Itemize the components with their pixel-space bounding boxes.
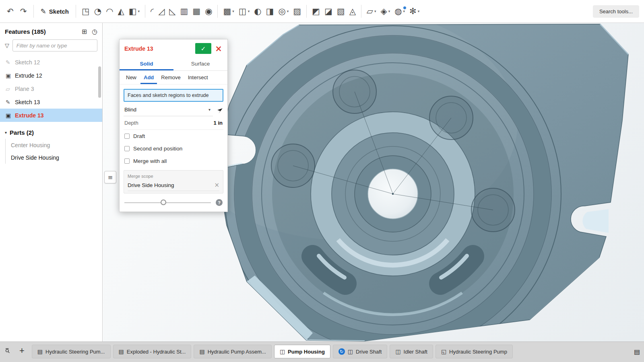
split-icon: ◨ [266,7,274,16]
caret-down-icon: ▾ [418,9,420,13]
feature-list-toggle-button[interactable]: ≡ [104,171,116,183]
offset-surface-button[interactable]: ▧ [335,6,347,17]
sweep-button[interactable]: ◠ [104,6,115,17]
feature-item[interactable]: ▱Plane 3 [0,82,102,95]
caret-down-icon: ▾ [248,9,250,13]
dialog-title: Extrude 13 [124,45,194,52]
caret-down-icon: ▾ [287,9,289,13]
faces-selection-field[interactable]: Faces and sketch regions to extrude [124,89,223,102]
loft-button[interactable]: ◭ [116,6,126,17]
feature-filter-input[interactable] [12,39,97,51]
add-tab-button[interactable]: + [14,345,29,356]
op-intersect[interactable]: Intersect [185,71,211,84]
depth-label: Depth [124,120,138,126]
boolean-button[interactable]: ◐ [252,6,263,17]
extrude-icon: ▣ [6,112,15,119]
checkbox-icon[interactable] [124,146,130,151]
parts-section-title: Parts (2) [10,129,34,136]
feature-item[interactable]: ▣Extrude 12 [0,69,102,82]
part-item[interactable]: Drive Side Housing [6,151,102,164]
document-tab[interactable]: ▤Hydraulic Steering Pum... [32,345,111,358]
revolve-button[interactable]: ◔ [92,6,103,17]
thicken-button[interactable]: ◧▾ [127,6,142,17]
move-face-icon: ◩ [312,7,320,16]
part-item-label: Center Housing [11,142,50,148]
tab-overflow-icon[interactable]: ▤ [633,345,641,356]
document-icon: ▤ [199,348,204,355]
document-tab[interactable]: ◱Hydraulic Steering Pump [436,345,513,358]
fillet-button[interactable]: ◜ [149,6,156,17]
merge-scope-value: Drive Side Housing [128,182,174,188]
op-add[interactable]: Add [140,71,157,84]
sketch-button[interactable]: ✎ Sketch [37,6,72,17]
sketch-button-label: Sketch [49,8,69,15]
undo-button[interactable]: ↶ [4,5,17,18]
mirror-button[interactable]: ◫▾ [237,6,252,17]
toolbar-divider [306,5,307,18]
tab-surface[interactable]: Surface [173,57,227,70]
shell-button[interactable]: ▦ [190,6,202,17]
scrollbar-thumb[interactable] [98,66,101,98]
tab-label: Drive Shaft [356,349,382,355]
depth-value-input[interactable]: 1 in [214,120,223,126]
document-tab[interactable]: ◫Pump Housing [274,345,330,358]
help-icon[interactable]: ? [216,199,223,206]
op-new[interactable]: New [123,71,140,84]
draft-button[interactable]: ◺ [167,6,178,17]
document-tab[interactable]: ↻◫Drive Shaft [333,345,388,358]
plane-button[interactable]: ▱▾ [365,6,378,17]
document-tab[interactable]: ◫Idler Shaft [390,345,433,358]
linear-pattern-button[interactable]: ▩▾ [221,6,236,17]
checkbox-icon[interactable] [124,158,130,164]
move-face-button[interactable]: ◩ [310,6,322,17]
delete-face-button[interactable]: ▨ [291,6,303,17]
extrude-button[interactable]: ◳ [80,6,92,17]
slider-knob[interactable] [161,200,166,205]
custom-feature-button[interactable]: ✻▾ [407,6,421,17]
split-button[interactable]: ◨ [264,6,276,17]
part-item[interactable]: Center Housing [6,139,102,151]
toolbar-divider [145,5,145,18]
replace-face-button[interactable]: ◪ [322,6,334,17]
draft-checkbox-row[interactable]: Draft [124,130,223,142]
rollback-history-icon[interactable]: ◷ [92,29,97,35]
filter-icon[interactable]: ▽ [5,42,9,49]
redo-button[interactable]: ↷ [17,5,30,18]
document-tab[interactable]: ▤Exploded - Hydraulic St... [113,345,192,358]
preview-slider[interactable] [124,202,211,203]
feature-item[interactable]: ▣Extrude 13 [0,109,102,122]
end-type-dropdown[interactable]: Blind ▾ [124,105,213,116]
rib-button[interactable]: ▥ [178,6,190,17]
second-end-checkbox-label: Second end position [133,146,182,152]
boundary-surface-button[interactable]: ◬ [347,6,358,17]
parts-section-header[interactable]: ▾ Parts (2) [0,122,102,139]
selection-arrow-icon[interactable] [217,107,223,114]
feature-item[interactable]: ✎Sketch 13 [0,95,102,109]
confirm-button[interactable]: ✓ [195,43,211,54]
document-tab-bar: + ▤Hydraulic Steering Pum...▤Exploded - … [0,341,644,362]
composite-part-button[interactable]: ◈▾ [378,6,392,17]
document-tab[interactable]: ▤Hydraulic Pump Assem... [194,345,271,358]
toolbar-divider [361,5,361,18]
extrude-dialog: Extrude 13 ✓ × Solid Surface New Add Rem… [119,39,228,212]
second-end-checkbox-row[interactable]: Second end position [124,142,223,155]
tab-solid[interactable]: Solid [120,57,173,70]
insert-feature-icon[interactable]: ⊞ [82,29,87,35]
rib-icon: ▥ [180,7,188,16]
checkbox-icon[interactable] [124,134,130,139]
tab-manager-icon[interactable] [3,345,12,354]
chamfer-button[interactable]: ◿ [156,6,167,17]
fillet-icon: ◜ [151,7,154,16]
search-tools-input[interactable]: Search tools... [593,5,639,18]
transform-button[interactable]: ◎▾ [276,6,291,17]
remove-selection-icon[interactable]: × [214,181,219,189]
notification-badge [403,6,407,10]
sweep-icon: ◠ [106,7,113,16]
feature-item[interactable]: ✎Sketch 12 [0,56,102,69]
part-studio-icon: ◫ [395,348,400,355]
hole-button[interactable]: ◉ [203,6,214,17]
sheet-metal-button[interactable]: ◍▾ [392,6,407,17]
op-remove[interactable]: Remove [158,71,184,84]
close-icon[interactable]: × [213,43,224,54]
merge-all-checkbox-row[interactable]: Merge with all [124,155,223,167]
